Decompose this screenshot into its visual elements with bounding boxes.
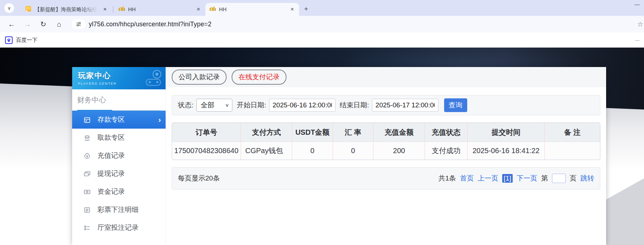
end-date-label: 结束日期: (340, 101, 369, 110)
back-button[interactable]: ← (5, 18, 18, 30)
chevron-right-icon: › (158, 115, 161, 124)
browser-tab-hh-2-active[interactable]: HH × (205, 3, 299, 16)
sidebar-item-label: 提现记录 (97, 169, 125, 178)
sidebar-item-label: 充值记录 (97, 151, 125, 160)
sidebar-item-lottery-detail[interactable]: 彩票下注明细 (72, 201, 166, 219)
jump-prefix-label: 第 (541, 174, 548, 183)
header-remark: 备 注 (544, 123, 600, 142)
cell-amount: 200 (373, 142, 424, 160)
header-order-no: 订单号 (172, 123, 241, 142)
status-select-value: 全部 (201, 101, 214, 110)
browser-tab-hh-1[interactable]: HH × (114, 3, 205, 16)
next-page-link[interactable]: 下一页 (517, 174, 537, 183)
list-icon (83, 224, 91, 232)
banknote-icon (83, 188, 91, 196)
bookmark-baidu[interactable]: 百度一下 (5, 36, 38, 44)
reload-button[interactable]: ↻ (37, 18, 49, 30)
tab-separator (113, 6, 113, 13)
cell-submit-time: 2025-06-16 18:41:22 (467, 142, 544, 160)
cards-icon (83, 170, 91, 178)
tab-list-button[interactable]: ∨ (4, 3, 14, 13)
cell-order-no: 1750070482308640 (172, 142, 241, 160)
sidebar-item-label: 存款专区 (97, 115, 125, 124)
table-header-row: 订单号 支付方式 USDT金额 汇 率 充值金额 充值状态 提交时间 备 注 (172, 123, 600, 142)
cell-status: 支付成功 (425, 142, 468, 160)
close-icon[interactable]: × (289, 6, 295, 13)
sidebar-item-funds-record[interactable]: 资金记录 (72, 183, 166, 201)
bookmarks-overflow-dash: — (635, 37, 640, 43)
header-usdt-amount: USDT金额 (292, 123, 333, 142)
start-date-label: 开始日期: (237, 101, 266, 110)
sidebar-item-label: 彩票下注明细 (97, 205, 139, 214)
total-count-text: 共1条 (438, 174, 456, 183)
deposit-icon (83, 116, 91, 124)
sidebar-item-deposit[interactable]: 存款专区 › (72, 111, 166, 129)
sidebar-item-recharge-record[interactable]: 充值记录 (72, 147, 166, 165)
header-status: 充值状态 (425, 123, 468, 142)
sidebar-section: 财务中心 (72, 89, 166, 111)
sidebar-item-label: 取款专区 (97, 133, 125, 142)
tab-title: 【新提醒】海燕策略论坛综合交 (35, 6, 98, 13)
money-bag-icon (83, 152, 91, 160)
forward-button[interactable]: → (21, 18, 34, 30)
close-icon[interactable]: × (102, 6, 108, 13)
page-background: 玩家中心 PLAYERS CENTER 财务中心 (0, 48, 644, 245)
search-button[interactable]: 查询 (444, 98, 467, 112)
header-rate: 汇 率 (333, 123, 373, 142)
record-tabs: 公司入款记录 在线支付记录 (166, 67, 606, 87)
header-pay-method: 支付方式 (241, 123, 292, 142)
table-row: 1750070482308640 CGPay钱包 0 0 200 支付成功 20… (172, 142, 600, 160)
sidebar-item-withdrawal-record[interactable]: 提现记录 (72, 165, 166, 183)
document-icon (83, 206, 91, 214)
cell-usdt-amount: 0 (292, 142, 333, 160)
new-tab-button[interactable]: + (304, 5, 308, 12)
header-submit-time: 提交时间 (467, 123, 544, 142)
page-size-text: 每页显示20条 (178, 174, 220, 183)
close-icon[interactable]: × (195, 6, 202, 13)
sidebar-item-withdraw[interactable]: 取款专区 (72, 129, 166, 147)
end-date-input[interactable] (372, 99, 438, 112)
content-area: 公司入款记录 在线支付记录 状态: 全部 ∨ 开始日期: 结束日期: 查询 订单… (166, 67, 606, 245)
cell-rate: 0 (333, 142, 373, 160)
minimize-icon[interactable]: — (635, 1, 640, 7)
tab-online-payment-record[interactable]: 在线支付记录 (232, 70, 286, 85)
tab-company-deposit-record[interactable]: 公司入款记录 (172, 70, 227, 85)
baidu-paw-icon (5, 36, 13, 44)
cell-pay-method: CGPay钱包 (241, 142, 292, 160)
forum-favicon (25, 6, 31, 13)
site-favicon (210, 6, 216, 13)
status-label: 状态: (178, 101, 193, 110)
status-select[interactable]: 全部 ∨ (196, 99, 232, 112)
home-button[interactable]: ⌂ (53, 18, 65, 30)
tab-title: HH (128, 6, 192, 12)
bookmark-star-icon[interactable]: ☆ (637, 20, 643, 28)
site-favicon (119, 6, 125, 13)
sidebar-header: 玩家中心 PLAYERS CENTER (72, 67, 166, 89)
site-info-button[interactable] (71, 19, 86, 29)
sidebar-item-hall-bet-record[interactable]: 厅室投注记录 (72, 219, 166, 237)
cell-remark (544, 142, 600, 160)
user-center-panel: 玩家中心 PLAYERS CENTER 财务中心 (72, 67, 606, 245)
page-jump-input[interactable] (552, 174, 566, 183)
sidebar: 玩家中心 PLAYERS CENTER 财务中心 (72, 67, 166, 245)
browser-toolbar: ← → ↻ ⌂ yl756.com/hhcp/usercenter.html?i… (0, 16, 644, 32)
jump-suffix-label: 页 (570, 174, 577, 183)
prev-page-link[interactable]: 上一页 (478, 174, 498, 183)
chevron-down-icon: ∨ (8, 5, 11, 11)
bookmarks-bar: 百度一下 — (0, 32, 644, 48)
bookmark-label: 百度一下 (16, 37, 38, 44)
tab-title: HH (219, 6, 286, 12)
first-page-link[interactable]: 首页 (460, 174, 474, 183)
start-date-input[interactable] (269, 99, 336, 112)
pagination-bar: 每页显示20条 共1条 首页 上一页 [1] 下一页 第 页 跳转 (172, 167, 600, 190)
dropdown-arrow-icon: ∨ (225, 103, 229, 108)
current-page-indicator[interactable]: [1] (502, 174, 513, 183)
url-field[interactable]: yl756.com/hhcp/usercenter.html?iniType=2 (89, 21, 211, 28)
gamepad-icon (143, 69, 163, 89)
sidebar-menu: 存款专区 › 取款专区 充值记录 (72, 111, 166, 237)
jump-link[interactable]: 跳转 (581, 174, 594, 183)
browser-tab-forum[interactable]: 【新提醒】海燕策略论坛综合交 × (21, 3, 112, 16)
header-amount: 充值金额 (373, 123, 424, 142)
filter-bar: 状态: 全部 ∨ 开始日期: 结束日期: 查询 (172, 95, 600, 115)
sidebar-item-label: 资金记录 (97, 187, 125, 196)
